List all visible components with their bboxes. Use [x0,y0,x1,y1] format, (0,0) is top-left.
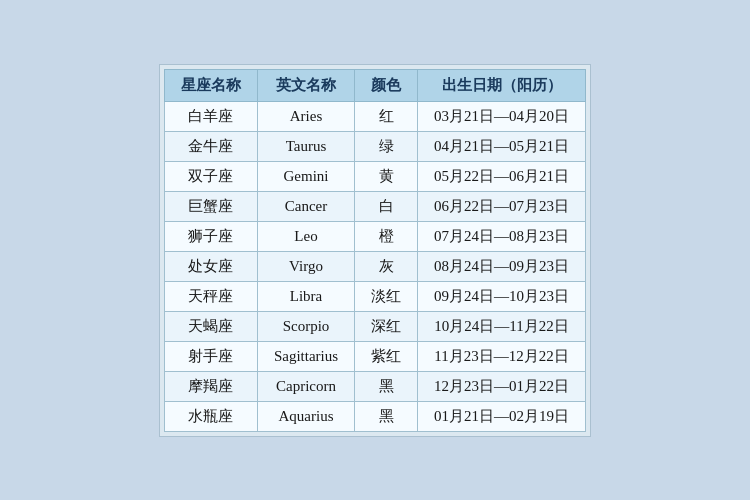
cell-dates: 11月23日—12月22日 [418,341,586,371]
table-row: 金牛座Taurus绿04月21日—05月21日 [164,131,585,161]
header-color: 颜色 [355,69,418,101]
cell-dates: 12月23日—01月22日 [418,371,586,401]
table-row: 天蝎座Scorpio深红10月24日—11月22日 [164,311,585,341]
cell-color: 橙 [355,221,418,251]
cell-color: 黄 [355,161,418,191]
table-row: 巨蟹座Cancer白06月22日—07月23日 [164,191,585,221]
cell-english-name: Capricorn [257,371,354,401]
cell-color: 淡红 [355,281,418,311]
cell-chinese-name: 双子座 [164,161,257,191]
cell-color: 紫红 [355,341,418,371]
cell-dates: 07月24日—08月23日 [418,221,586,251]
cell-color: 红 [355,101,418,131]
cell-chinese-name: 白羊座 [164,101,257,131]
cell-english-name: Leo [257,221,354,251]
cell-english-name: Aries [257,101,354,131]
table-row: 天秤座Libra淡红09月24日—10月23日 [164,281,585,311]
cell-english-name: Sagittarius [257,341,354,371]
table-row: 射手座Sagittarius紫红11月23日—12月22日 [164,341,585,371]
cell-chinese-name: 水瓶座 [164,401,257,431]
cell-color: 黑 [355,371,418,401]
table-row: 摩羯座Capricorn黑12月23日—01月22日 [164,371,585,401]
cell-color: 黑 [355,401,418,431]
cell-color: 灰 [355,251,418,281]
cell-chinese-name: 巨蟹座 [164,191,257,221]
cell-color: 绿 [355,131,418,161]
table-row: 双子座Gemini黄05月22日—06月21日 [164,161,585,191]
cell-chinese-name: 射手座 [164,341,257,371]
cell-english-name: Taurus [257,131,354,161]
cell-chinese-name: 狮子座 [164,221,257,251]
header-english-name: 英文名称 [257,69,354,101]
cell-color: 深红 [355,311,418,341]
cell-english-name: Gemini [257,161,354,191]
cell-english-name: Aquarius [257,401,354,431]
cell-english-name: Cancer [257,191,354,221]
table-row: 水瓶座Aquarius黑01月21日—02月19日 [164,401,585,431]
cell-dates: 01月21日—02月19日 [418,401,586,431]
cell-chinese-name: 处女座 [164,251,257,281]
table-row: 白羊座Aries红03月21日—04月20日 [164,101,585,131]
cell-english-name: Libra [257,281,354,311]
cell-chinese-name: 天秤座 [164,281,257,311]
zodiac-table: 星座名称 英文名称 颜色 出生日期（阳历） 白羊座Aries红03月21日—04… [164,69,586,432]
cell-dates: 04月21日—05月21日 [418,131,586,161]
cell-dates: 06月22日—07月23日 [418,191,586,221]
table-header-row: 星座名称 英文名称 颜色 出生日期（阳历） [164,69,585,101]
cell-english-name: Scorpio [257,311,354,341]
cell-color: 白 [355,191,418,221]
header-dates: 出生日期（阳历） [418,69,586,101]
cell-chinese-name: 摩羯座 [164,371,257,401]
zodiac-table-container: 星座名称 英文名称 颜色 出生日期（阳历） 白羊座Aries红03月21日—04… [159,64,591,437]
cell-dates: 10月24日—11月22日 [418,311,586,341]
cell-dates: 09月24日—10月23日 [418,281,586,311]
cell-english-name: Virgo [257,251,354,281]
cell-dates: 08月24日—09月23日 [418,251,586,281]
cell-chinese-name: 天蝎座 [164,311,257,341]
table-row: 处女座Virgo灰08月24日—09月23日 [164,251,585,281]
cell-dates: 05月22日—06月21日 [418,161,586,191]
cell-chinese-name: 金牛座 [164,131,257,161]
table-row: 狮子座Leo橙07月24日—08月23日 [164,221,585,251]
header-chinese-name: 星座名称 [164,69,257,101]
cell-dates: 03月21日—04月20日 [418,101,586,131]
